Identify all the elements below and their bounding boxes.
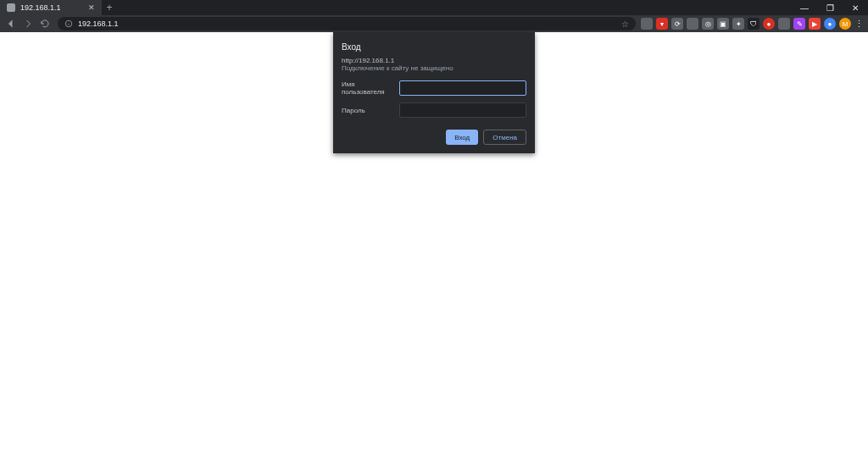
window-maximize-button[interactable]: ❐: [817, 0, 843, 15]
login-button[interactable]: Вход: [446, 130, 478, 145]
username-input[interactable]: [399, 80, 526, 96]
username-row: Имя пользователя: [342, 80, 526, 96]
tab-strip: 192.168.1.1 ✕ +: [0, 0, 117, 15]
ext-7-icon[interactable]: ✦: [732, 18, 744, 30]
titlebar: 192.168.1.1 ✕ + — ❐ ✕: [0, 0, 868, 15]
cancel-button[interactable]: Отмена: [483, 130, 526, 145]
ext-6-icon[interactable]: ▣: [717, 18, 729, 30]
browser-tab[interactable]: 192.168.1.1 ✕: [0, 0, 102, 15]
ext-4-icon[interactable]: [687, 18, 698, 30]
new-tab-button[interactable]: +: [102, 0, 117, 15]
reload-button[interactable]: [37, 16, 53, 31]
ext-10-icon[interactable]: [778, 18, 790, 30]
forward-button[interactable]: [20, 16, 36, 31]
dialog-actions: Вход Отмена: [342, 130, 526, 145]
dialog-origin: http://192.168.1.1: [342, 57, 526, 64]
address-bar[interactable]: 192.168.1.1 ☆: [58, 17, 636, 30]
username-label: Имя пользователя: [342, 80, 392, 96]
profile-avatar[interactable]: M: [839, 18, 851, 30]
menu-button[interactable]: ⋮: [853, 18, 865, 30]
ext-5-icon[interactable]: ◎: [702, 18, 714, 30]
window-minimize-button[interactable]: —: [792, 0, 817, 15]
tab-close-icon[interactable]: ✕: [88, 4, 95, 11]
site-info-icon[interactable]: [64, 19, 73, 28]
ext-3-icon[interactable]: ⟳: [671, 18, 683, 30]
ext-13-icon[interactable]: ●: [824, 18, 836, 30]
ext-1-icon[interactable]: [641, 18, 653, 30]
url-text: 192.168.1.1: [78, 19, 119, 28]
dialog-warning: Подключение к сайту не защищено: [342, 64, 526, 72]
arrow-left-icon: [6, 19, 16, 29]
password-label: Пароль: [342, 107, 392, 114]
tab-title: 192.168.1.1: [20, 3, 61, 12]
reload-icon: [40, 19, 50, 29]
arrow-right-icon: [23, 19, 33, 29]
window-close-button[interactable]: ✕: [843, 0, 868, 15]
toolbar: 192.168.1.1 ☆ ▾⟳◎▣✦🛡●✎▶● M ⋮: [0, 15, 868, 32]
ext-9-icon[interactable]: ●: [763, 18, 775, 30]
http-auth-dialog: Вход http://192.168.1.1 Подключение к са…: [333, 32, 535, 153]
window-controls: — ❐ ✕: [792, 0, 868, 15]
back-button[interactable]: [3, 16, 19, 31]
extensions-row: ▾⟳◎▣✦🛡●✎▶●: [641, 18, 837, 30]
bookmark-star-icon[interactable]: ☆: [621, 19, 629, 29]
ext-12-icon[interactable]: ▶: [809, 18, 821, 30]
password-row: Пароль: [342, 102, 526, 118]
tab-favicon-icon: [7, 3, 15, 12]
page-viewport: Вход http://192.168.1.1 Подключение к са…: [0, 32, 868, 470]
password-input[interactable]: [399, 102, 526, 118]
ext-11-icon[interactable]: ✎: [793, 18, 805, 30]
ext-8-icon[interactable]: 🛡: [748, 18, 760, 30]
ext-2-icon[interactable]: ▾: [656, 18, 668, 30]
dialog-title: Вход: [342, 42, 526, 52]
